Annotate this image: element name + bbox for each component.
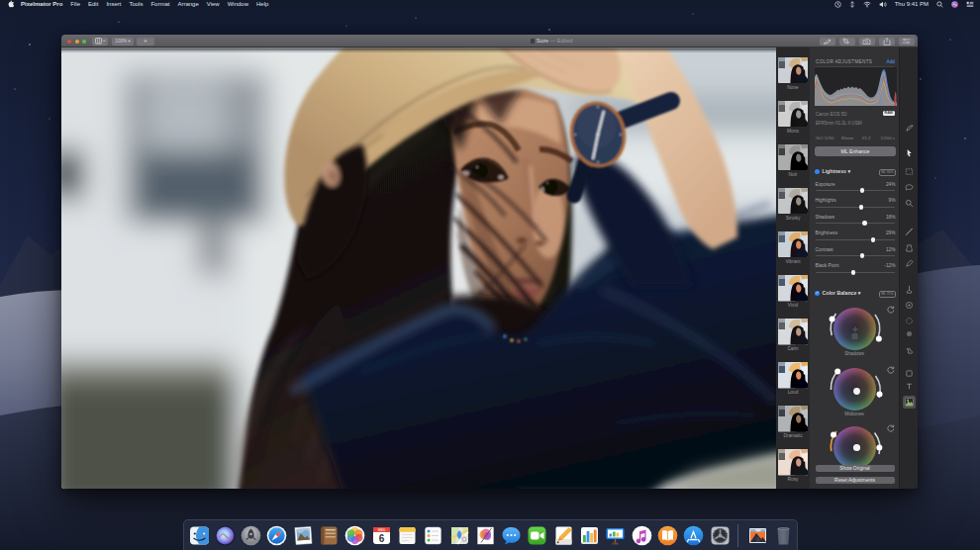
svg-text:6: 6: [378, 532, 384, 543]
svg-text:WED: WED: [377, 527, 385, 531]
